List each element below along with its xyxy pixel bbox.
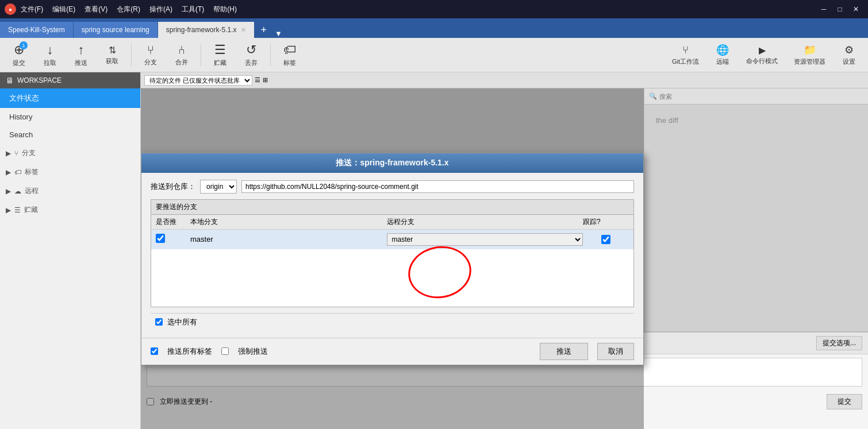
fetch-button[interactable]: ⇅ 获取 xyxy=(98,42,126,68)
tab-spring-source-learning[interactable]: spring source learning xyxy=(74,22,158,38)
content-wrapper: 待定的文件 已仅服文件状态批库 ☰ ⊞ 推送：spring-framework-… xyxy=(141,72,868,429)
select-all-checkbox[interactable] xyxy=(155,318,163,326)
branch-section: 要推送的分支 是否推 本地分支 远程分支 跟踪? xyxy=(151,199,634,307)
filter-toggle-icon[interactable]: ⊞ xyxy=(263,76,268,84)
terminal-button[interactable]: ▶ 命令行模式 xyxy=(739,41,785,68)
commit-button[interactable]: 1 ⊕ 提交 xyxy=(5,40,33,69)
commit-options-button[interactable]: 提交选项... xyxy=(816,336,862,350)
sidebar-section-stash[interactable]: ▶ ☰ 贮藏 xyxy=(0,200,140,219)
commit-badge: 1 xyxy=(20,41,28,49)
branch-empty-space xyxy=(151,249,633,307)
sidebar-section-tag-label: 标签 xyxy=(25,167,39,177)
menu-file[interactable]: 文件(F) xyxy=(21,5,43,14)
titlebar: ● 文件(F) 编辑(E) 查看(V) 仓库(R) 操作(A) 工具(T) 帮助… xyxy=(0,0,868,18)
menu-tools[interactable]: 工具(T) xyxy=(182,5,204,14)
sidebar-section-remote-label: 远程 xyxy=(25,186,39,196)
stash-expand-icon: ▶ xyxy=(6,206,11,214)
menu-repo[interactable]: 仓库(R) xyxy=(117,5,140,14)
menu-action[interactable]: 操作(A) xyxy=(149,5,172,14)
sidebar-section-stash-label: 贮藏 xyxy=(24,205,38,215)
toolbar: 1 ⊕ 提交 ↓ 拉取 ↑ 推送 ⇅ 获取 ⑂ 分支 ⑃ 合并 ☰ 贮藏 ↺ 丢… xyxy=(0,38,868,72)
discard-button[interactable]: ↺ 丢弃 xyxy=(237,40,266,69)
push-button[interactable]: ↑ 推送 xyxy=(67,40,95,69)
fetch-label: 获取 xyxy=(106,57,118,65)
header-push: 是否推 xyxy=(156,217,190,227)
push-to-label: 推送到仓库： xyxy=(151,181,195,192)
sidebar-item-search[interactable]: Search xyxy=(0,126,140,144)
right-search-input[interactable] xyxy=(659,93,863,100)
tag-button[interactable]: 🏷 标签 xyxy=(275,40,304,69)
push-to-row: 推送到仓库： origin xyxy=(151,180,634,194)
menu-help[interactable]: 帮助(H) xyxy=(213,5,237,14)
branch-expand-icon: ▶ xyxy=(6,149,11,157)
branch-icon-sidebar: ⑂ xyxy=(14,149,18,157)
remote-icon-sidebar: ☁ xyxy=(14,187,21,195)
modal-footer-top: 选中所有 xyxy=(151,313,634,331)
branch-local-name: master xyxy=(190,235,387,244)
remote-url-input[interactable] xyxy=(241,180,634,193)
remote-select[interactable]: origin xyxy=(200,180,237,194)
tab-speed-kill-system[interactable]: Speed-Kill-System xyxy=(0,22,74,38)
sidebar-section-branch-label: 分支 xyxy=(22,148,36,158)
modal-push-button[interactable]: 推送 xyxy=(540,343,588,360)
sidebar-item-history[interactable]: History xyxy=(0,108,140,126)
modal-cancel-button[interactable]: 取消 xyxy=(597,343,634,360)
filterbar: 待定的文件 已仅服文件状态批库 ☰ ⊞ xyxy=(141,72,868,88)
main-area: 🖥 WORKSPACE 文件状态 History Search ▶ ⑂ 分支 ▶… xyxy=(0,72,868,429)
branch-section-title: 要推送的分支 xyxy=(151,200,633,215)
push-all-tags-checkbox[interactable] xyxy=(151,347,158,355)
menu-view[interactable]: 查看(V) xyxy=(85,5,107,14)
tab-close-icon[interactable]: ✕ xyxy=(241,26,246,34)
sidebar: 🖥 WORKSPACE 文件状态 History Search ▶ ⑂ 分支 ▶… xyxy=(0,72,141,429)
merge-button[interactable]: ⑃ 合并 xyxy=(167,41,196,69)
toolbar-right: ⑂ Git工作流 🌐 远端 ▶ 命令行模式 📁 资源管理器 ⚙ 设置 xyxy=(665,41,863,68)
force-push-checkbox[interactable] xyxy=(221,347,229,355)
branch-button[interactable]: ⑂ 分支 xyxy=(136,41,165,69)
branch-row-master: master master xyxy=(151,230,633,249)
submit-commit-button[interactable]: 提交 xyxy=(827,394,862,409)
tab-spring-framework[interactable]: spring-framework-5.1.x ✕ xyxy=(158,22,255,38)
remote-label: 远端 xyxy=(716,57,729,66)
select-all-label: 选中所有 xyxy=(167,317,197,327)
stash-icon: ☰ xyxy=(214,42,226,57)
fetch-icon: ⇅ xyxy=(109,45,116,56)
file-list: 推送：spring-framework-5.1.x 推送到仓库： origin xyxy=(141,88,644,429)
maximize-button[interactable]: □ xyxy=(832,3,847,15)
tab-bar: Speed-Kill-System spring source learning… xyxy=(0,18,868,38)
push-all-tags-label: 推送所有标签 xyxy=(167,346,212,357)
terminal-icon: ▶ xyxy=(759,45,766,56)
filter-select[interactable]: 待定的文件 已仅服文件状态批库 xyxy=(144,75,252,86)
merge-label: 合并 xyxy=(175,58,188,67)
menu-edit[interactable]: 编辑(E) xyxy=(52,5,75,14)
explorer-button[interactable]: 📁 资源管理器 xyxy=(787,41,832,68)
app-icon: ● xyxy=(5,3,16,15)
filter-icon[interactable]: ☰ xyxy=(255,76,260,84)
pull-label: 拉取 xyxy=(44,59,56,67)
minimize-button[interactable]: ─ xyxy=(816,3,831,15)
toolbar-separator-3 xyxy=(270,44,271,67)
pull-button[interactable]: ↓ 拉取 xyxy=(36,40,64,69)
stash-label: 贮藏 xyxy=(214,59,226,67)
sidebar-section-remote[interactable]: ▶ ☁ 远程 xyxy=(0,181,140,200)
sidebar-section-branch[interactable]: ▶ ⑂ 分支 xyxy=(0,144,140,163)
close-button[interactable]: ✕ xyxy=(848,3,863,15)
sidebar-item-file-status[interactable]: 文件状态 xyxy=(0,88,140,108)
modal-title: 推送：spring-framework-5.1.x xyxy=(141,153,643,173)
settings-button[interactable]: ⚙ 设置 xyxy=(835,41,863,68)
git-flow-button[interactable]: ⑂ Git工作流 xyxy=(665,41,706,68)
tab-dropdown-button[interactable]: ▼ xyxy=(272,29,285,38)
branch-track-check[interactable] xyxy=(583,235,629,244)
remote-button[interactable]: 🌐 远端 xyxy=(708,41,737,68)
tag-label: 标签 xyxy=(283,59,296,67)
settings-icon: ⚙ xyxy=(844,44,854,56)
modal-overlay: 推送：spring-framework-5.1.x 推送到仓库： origin xyxy=(141,88,644,429)
stash-button[interactable]: ☰ 贮藏 xyxy=(206,40,235,69)
branch-remote-select[interactable]: master xyxy=(387,233,583,246)
sidebar-section-tag[interactable]: ▶ 🏷 标签 xyxy=(0,163,140,181)
diff-text: the diff xyxy=(644,105,868,136)
push-label: 推送 xyxy=(75,59,87,67)
discard-label: 丢弃 xyxy=(245,59,258,67)
tab-add-button[interactable]: + xyxy=(255,22,272,38)
terminal-label: 命令行模式 xyxy=(746,57,778,65)
branch-push-check[interactable] xyxy=(156,234,190,245)
